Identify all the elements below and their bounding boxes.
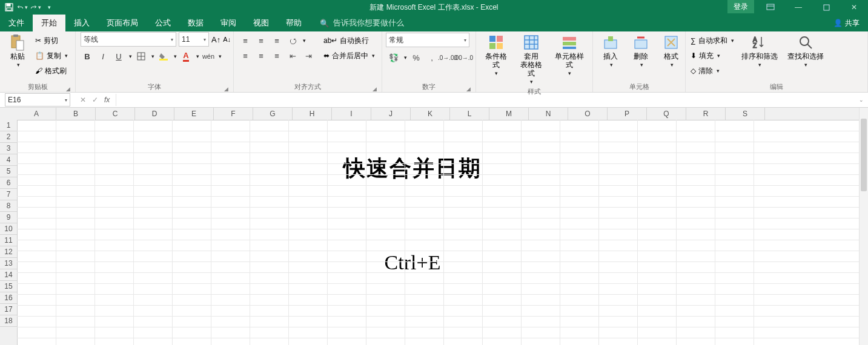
decrease-indent-icon[interactable]: ⇤ <box>286 49 299 62</box>
row-header[interactable]: 7 <box>0 189 17 200</box>
format-cells-button[interactable]: 格式▾ <box>657 33 685 70</box>
tab-data[interactable]: 数据 <box>179 15 212 31</box>
percent-format-icon[interactable]: % <box>409 51 423 64</box>
column-header[interactable]: P <box>608 108 647 120</box>
decrease-font-icon[interactable]: A↓ <box>223 36 231 43</box>
align-bottom-icon[interactable]: ≡ <box>270 34 283 47</box>
dialog-launcher-icon[interactable]: ◢ <box>66 86 70 92</box>
insert-function-icon[interactable]: fx <box>104 96 110 104</box>
phonetic-guide-button[interactable]: wén <box>202 50 215 63</box>
insert-cells-button[interactable]: 插入▾ <box>597 33 624 70</box>
column-header[interactable]: O <box>568 108 608 120</box>
dialog-launcher-icon[interactable]: ◢ <box>224 86 228 92</box>
vertical-scrollbar[interactable] <box>859 108 868 345</box>
comma-format-icon[interactable]: , <box>425 51 439 64</box>
tab-review[interactable]: 审阅 <box>212 15 245 31</box>
tab-insert[interactable]: 插入 <box>65 15 98 31</box>
tab-page-layout[interactable]: 页面布局 <box>98 15 147 31</box>
format-painter-button[interactable]: 🖌格式刷 <box>34 64 69 77</box>
tab-home[interactable]: 开始 <box>33 15 65 31</box>
dialog-launcher-icon[interactable]: ◢ <box>373 86 377 92</box>
font-size-combo[interactable]: 11▾ <box>179 32 209 47</box>
italic-button[interactable]: I <box>96 50 110 63</box>
row-header[interactable]: 5 <box>0 166 17 177</box>
column-header[interactable]: J <box>371 108 411 120</box>
expand-formula-bar-icon[interactable]: ⌄ <box>855 97 868 103</box>
bold-button[interactable]: B <box>81 50 94 63</box>
delete-cells-button[interactable]: 删除▾ <box>627 33 655 70</box>
row-header[interactable]: 3 <box>0 143 17 154</box>
row-header[interactable]: 9 <box>0 212 17 223</box>
cell-styles-button[interactable]: 单元格样式▾ <box>550 33 589 79</box>
cells-grid[interactable]: 快速合并日期 Ctrl+E <box>17 120 860 345</box>
increase-indent-icon[interactable]: ⇥ <box>302 49 315 62</box>
enter-formula-icon[interactable]: ✓ <box>92 96 98 104</box>
row-header[interactable]: 18 <box>0 315 17 327</box>
align-right-icon[interactable]: ≡ <box>270 49 283 62</box>
merge-center-button[interactable]: ⬌合并后居中▾ <box>322 49 376 62</box>
increase-decimal-icon[interactable]: .0→.00 <box>441 51 454 64</box>
column-header[interactable]: Q <box>647 108 686 120</box>
qat-customize-icon[interactable]: ▾ <box>44 2 55 13</box>
column-header[interactable]: D <box>135 108 174 120</box>
column-header[interactable]: G <box>253 108 293 120</box>
column-header[interactable]: I <box>332 108 371 120</box>
fill-button[interactable]: ⬇填充▾ <box>689 49 735 62</box>
row-header[interactable]: 15 <box>0 281 17 292</box>
align-top-icon[interactable]: ≡ <box>239 34 252 47</box>
select-all-corner[interactable] <box>0 108 18 120</box>
align-middle-icon[interactable]: ≡ <box>254 34 268 47</box>
undo-icon[interactable]: ▾ <box>17 2 28 13</box>
clear-button[interactable]: ◇清除▾ <box>689 64 735 77</box>
tell-me-search[interactable]: 🔍 告诉我你想要做什么 <box>320 15 404 31</box>
underline-button[interactable]: U <box>112 50 125 63</box>
column-header[interactable]: S <box>726 108 765 120</box>
row-header[interactable]: 17 <box>0 304 17 315</box>
row-header[interactable]: 1 <box>0 120 17 131</box>
merged-cell-shortcut[interactable]: Ctrl+E <box>241 241 584 284</box>
tab-view[interactable]: 视图 <box>245 15 277 31</box>
row-header[interactable]: 16 <box>0 292 17 304</box>
row-header[interactable]: 8 <box>0 200 17 212</box>
column-header[interactable]: A <box>17 108 56 120</box>
column-header[interactable]: K <box>411 108 450 120</box>
row-header[interactable]: 2 <box>0 131 17 143</box>
row-header[interactable]: 6 <box>0 177 17 189</box>
increase-font-icon[interactable]: A↑ <box>211 35 220 44</box>
column-header[interactable]: C <box>96 108 135 120</box>
autosum-button[interactable]: ∑自动求和▾ <box>689 34 735 47</box>
row-header[interactable]: 12 <box>0 246 17 258</box>
number-format-combo[interactable]: 常规▾ <box>386 33 469 47</box>
column-header[interactable]: L <box>450 108 489 120</box>
close-icon[interactable]: ✕ <box>840 0 868 15</box>
copy-button[interactable]: 📋复制▾ <box>34 49 69 62</box>
font-name-combo[interactable]: 等线▾ <box>81 32 176 47</box>
scrollbar-thumb[interactable] <box>861 119 867 191</box>
login-button[interactable]: 登录 <box>727 0 754 13</box>
column-header[interactable]: E <box>174 108 214 120</box>
cancel-formula-icon[interactable]: ✕ <box>80 96 86 104</box>
sort-filter-button[interactable]: AZ 排序和筛选▾ <box>738 33 781 70</box>
save-icon[interactable] <box>4 2 15 13</box>
tab-file[interactable]: 文件 <box>0 15 33 31</box>
redo-icon[interactable]: ▾ <box>30 2 41 13</box>
share-button[interactable]: 👤 共享 <box>825 15 868 31</box>
cut-button[interactable]: ✂剪切 <box>34 34 69 47</box>
column-header[interactable]: F <box>214 108 253 120</box>
format-as-table-button[interactable]: 套用 表格格式▾ <box>515 33 548 87</box>
row-header[interactable]: 4 <box>0 154 17 166</box>
conditional-format-button[interactable]: 条件格式▾ <box>480 33 512 79</box>
column-header[interactable]: M <box>489 108 529 120</box>
column-header[interactable]: N <box>529 108 568 120</box>
font-color-button[interactable]: A <box>179 50 193 63</box>
row-header[interactable]: 14 <box>0 269 17 281</box>
row-header[interactable]: 13 <box>0 258 17 269</box>
ribbon-display-icon[interactable] <box>757 0 784 15</box>
tab-help[interactable]: 帮助 <box>277 15 310 31</box>
align-center-icon[interactable]: ≡ <box>254 49 268 62</box>
name-box[interactable]: E16▾ <box>5 93 70 107</box>
accounting-format-icon[interactable]: 💱 <box>387 51 400 64</box>
minimize-icon[interactable]: — <box>784 0 812 15</box>
paste-button[interactable]: 粘贴▾ <box>4 33 31 70</box>
decrease-decimal-icon[interactable]: .00→.0 <box>457 51 470 64</box>
